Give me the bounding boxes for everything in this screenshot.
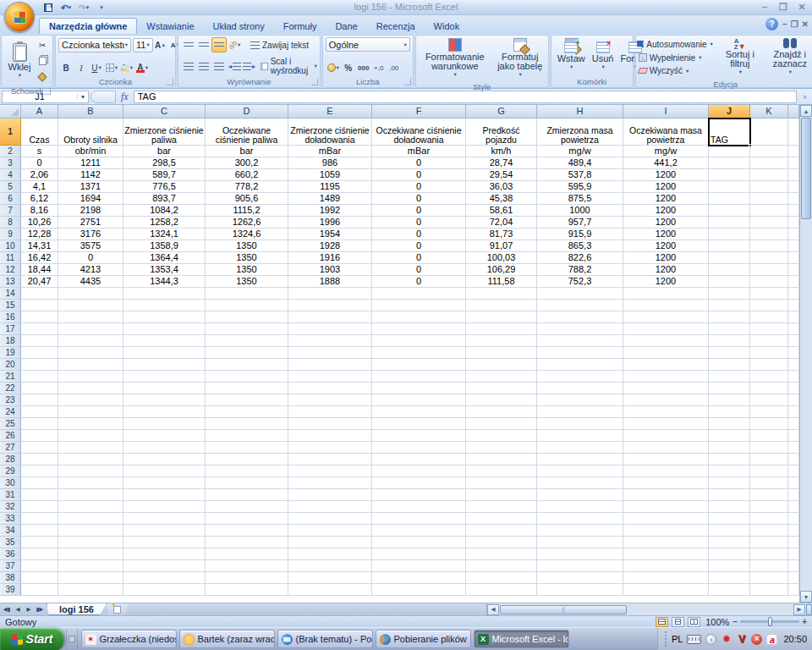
tray-avira-icon[interactable]: [766, 634, 777, 645]
cell-F16[interactable]: [372, 311, 466, 323]
cell-H33[interactable]: [537, 513, 623, 525]
row-header-26[interactable]: 26: [0, 430, 21, 442]
cell-A36[interactable]: [21, 548, 58, 560]
cell-E1[interactable]: Zmierzone ciśnienie doładowania: [288, 118, 372, 146]
cell-H30[interactable]: [537, 477, 623, 489]
cell-E22[interactable]: [288, 383, 372, 394]
cell-grid[interactable]: ABCDEFGHIJK1CzasObroty silnikaZmierzone …: [0, 105, 799, 603]
cell-J35[interactable]: [709, 537, 750, 548]
cell-C21[interactable]: [123, 371, 206, 383]
zoom-level[interactable]: 100%: [704, 617, 729, 627]
cell-B26[interactable]: [58, 430, 123, 442]
cell-J31[interactable]: [709, 489, 750, 501]
cell-B6[interactable]: 1694: [58, 193, 123, 205]
cell-K24[interactable]: [750, 406, 788, 418]
cell-G35[interactable]: [466, 537, 537, 548]
align-top-button[interactable]: [181, 37, 196, 52]
cell-G2[interactable]: km/h: [466, 146, 537, 157]
cell-C13[interactable]: 1344,3: [123, 276, 206, 288]
formula-input[interactable]: TAG: [134, 91, 797, 103]
cell-partial[interactable]: [788, 169, 799, 181]
cell-F34[interactable]: [372, 525, 466, 537]
cell-A30[interactable]: [21, 477, 58, 489]
scroll-right-button[interactable]: ▶: [793, 604, 805, 615]
row-header-17[interactable]: 17: [0, 323, 21, 335]
row-header-27[interactable]: 27: [0, 442, 21, 454]
cell-B34[interactable]: [58, 525, 123, 537]
cell-K36[interactable]: [750, 548, 788, 560]
cell-F37[interactable]: [372, 560, 466, 572]
cell-partial[interactable]: [788, 335, 799, 347]
cell-B16[interactable]: [58, 311, 123, 323]
cell-I32[interactable]: [623, 501, 709, 513]
cell-G32[interactable]: [466, 501, 537, 513]
row-header-18[interactable]: 18: [0, 335, 21, 347]
cell-G20[interactable]: [466, 359, 537, 371]
cell-E12[interactable]: 1903: [288, 264, 372, 276]
cell-D1[interactable]: Oczekiwane ciśnienie paliwa: [206, 118, 288, 146]
cell-F35[interactable]: [372, 537, 466, 548]
cell-K28[interactable]: [750, 454, 788, 465]
copy-button[interactable]: [35, 53, 50, 69]
cell-A37[interactable]: [21, 560, 58, 572]
cell-A23[interactable]: [21, 394, 58, 406]
cell-E8[interactable]: 1996: [288, 217, 372, 229]
row-header-10[interactable]: 10: [0, 240, 21, 252]
tray-alert-icon[interactable]: [751, 634, 762, 645]
close-button[interactable]: ✕: [795, 2, 809, 13]
cell-partial[interactable]: [788, 193, 799, 205]
cell-K19[interactable]: [750, 347, 788, 359]
help-button[interactable]: ?: [765, 18, 778, 30]
tab-wstawianie[interactable]: Wstawianie: [137, 19, 203, 34]
cell-D9[interactable]: 1324,6: [206, 229, 288, 240]
cell-E37[interactable]: [288, 560, 372, 572]
cell-F13[interactable]: 0: [372, 276, 466, 288]
cell-H36[interactable]: [537, 548, 623, 560]
cell-K15[interactable]: [750, 300, 788, 311]
cell-E9[interactable]: 1954: [288, 229, 372, 240]
cell-A18[interactable]: [21, 335, 58, 347]
cell-A31[interactable]: [21, 489, 58, 501]
cell-D12[interactable]: 1350: [206, 264, 288, 276]
cell-J11[interactable]: [709, 252, 750, 264]
cell-D16[interactable]: [206, 311, 288, 323]
cell-C10[interactable]: 1358,9: [123, 240, 206, 252]
cell-F19[interactable]: [372, 347, 466, 359]
column-header-D[interactable]: D: [206, 105, 288, 118]
cell-A12[interactable]: 18,44: [21, 264, 58, 276]
cell-I14[interactable]: [623, 288, 709, 300]
cell-E19[interactable]: [288, 347, 372, 359]
row-header-4[interactable]: 4: [0, 169, 21, 181]
cell-C3[interactable]: 298,5: [123, 157, 206, 169]
cell-J28[interactable]: [709, 454, 750, 465]
row-header-9[interactable]: 9: [0, 229, 21, 240]
cell-C29[interactable]: [123, 465, 206, 477]
cell-B18[interactable]: [58, 335, 123, 347]
cell-A32[interactable]: [21, 501, 58, 513]
cell-H5[interactable]: 595,9: [537, 181, 623, 193]
cell-E23[interactable]: [288, 394, 372, 406]
cell-partial[interactable]: [788, 146, 799, 157]
row-header-39[interactable]: 39: [0, 584, 21, 596]
tab-narzedzia-glowne[interactable]: Narzędzia główne: [39, 18, 137, 34]
row-header-19[interactable]: 19: [0, 347, 21, 359]
cell-A22[interactable]: [21, 383, 58, 394]
cell-H11[interactable]: 822,6: [537, 252, 623, 264]
cell-B33[interactable]: [58, 513, 123, 525]
next-sheet-button[interactable]: ▶: [24, 604, 34, 614]
cell-G29[interactable]: [466, 465, 537, 477]
workbook-restore-button[interactable]: ❐: [791, 19, 798, 29]
scroll-left-button[interactable]: ◀: [487, 604, 499, 615]
fill-color-button[interactable]: ▾: [119, 60, 134, 75]
cell-F9[interactable]: 0: [372, 229, 466, 240]
row-header-29[interactable]: 29: [0, 465, 21, 477]
cell-C38[interactable]: [123, 572, 206, 584]
cell-H8[interactable]: 957,7: [537, 217, 623, 229]
cell-D28[interactable]: [206, 454, 288, 465]
cell-H29[interactable]: [537, 465, 623, 477]
cell-D8[interactable]: 1262,6: [206, 217, 288, 229]
cell-C4[interactable]: 589,7: [123, 169, 206, 181]
cell-G16[interactable]: [466, 311, 537, 323]
cell-partial[interactable]: [788, 205, 799, 217]
cell-I25[interactable]: [623, 418, 709, 430]
